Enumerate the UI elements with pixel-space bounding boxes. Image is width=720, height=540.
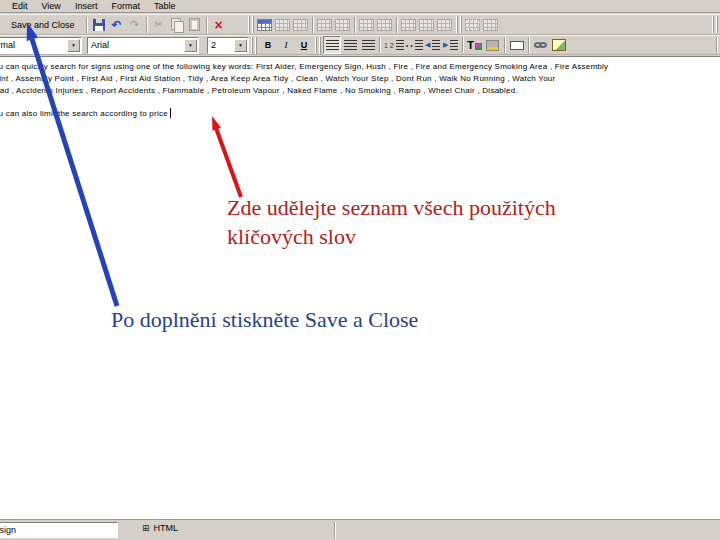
font-size-combo[interactable]: 2 ▼ xyxy=(207,37,249,54)
delete-button[interactable]: × xyxy=(210,16,228,34)
undo-button[interactable]: ↶ xyxy=(108,16,126,34)
redo-button[interactable]: ↷ xyxy=(126,16,144,34)
highlight-color-icon xyxy=(486,40,499,51)
insert-table-button[interactable] xyxy=(256,16,274,34)
font-combo-value: Arial xyxy=(91,40,109,50)
hyperlink-button[interactable] xyxy=(532,36,550,54)
style-combo-value: Normal xyxy=(0,40,15,50)
split-cells-button[interactable] xyxy=(334,16,352,34)
insert-table-icon xyxy=(257,19,272,31)
menu-bar: Edit View Insert Format Table xyxy=(0,0,720,13)
menu-insert[interactable]: Insert xyxy=(68,0,105,12)
insert-rows-button[interactable] xyxy=(274,16,292,34)
copy-button[interactable] xyxy=(168,16,186,34)
bold-button[interactable]: B xyxy=(259,36,277,54)
font-color-icon: T xyxy=(467,39,482,51)
document-text-line: Point , Assembly Point , First Aid , Fir… xyxy=(0,73,720,85)
insert-picture-button[interactable] xyxy=(550,36,568,54)
increase-indent-button[interactable]: ▶ xyxy=(442,36,460,54)
undo-icon: ↶ xyxy=(112,18,122,32)
status-divider xyxy=(334,522,336,538)
toolbar-grip[interactable] xyxy=(248,16,254,33)
separator xyxy=(146,17,148,33)
decrease-indent-icon: ◀ xyxy=(425,40,440,50)
numbered-list-button[interactable]: 1 2 xyxy=(383,36,405,54)
align-center-button[interactable] xyxy=(341,36,359,54)
numbered-list-icon: 1 2 xyxy=(384,40,404,50)
italic-button[interactable]: I xyxy=(277,36,295,54)
horizontal-line-icon xyxy=(510,41,524,50)
document-text-line: Head , Accidents Injuries , Report Accid… xyxy=(0,85,720,97)
center-vertically-button[interactable] xyxy=(376,16,394,34)
increase-indent-icon: ▶ xyxy=(443,40,458,50)
html-view-tab[interactable]: ⊞ HTML xyxy=(142,523,178,533)
red-annotation-line2: klíčových slov xyxy=(227,222,556,251)
paste-button[interactable] xyxy=(186,16,204,34)
font-combo[interactable]: Arial ▼ xyxy=(87,37,199,54)
table-autoformat-button[interactable] xyxy=(482,16,500,34)
align-top-button[interactable] xyxy=(358,16,376,34)
menu-view[interactable]: View xyxy=(35,0,68,12)
font-color-button[interactable]: T xyxy=(466,36,484,54)
design-view-tab[interactable]: Design xyxy=(0,522,118,538)
toolbar-grip[interactable] xyxy=(315,37,321,54)
separator xyxy=(462,37,464,53)
separator xyxy=(528,37,530,53)
save-icon xyxy=(93,19,105,31)
toolbar-grip[interactable] xyxy=(456,16,462,33)
align-right-button[interactable] xyxy=(359,36,377,54)
style-combo[interactable]: Normal ▼ xyxy=(0,37,82,54)
menu-edit[interactable]: Edit xyxy=(5,0,35,12)
align-left-icon xyxy=(326,40,339,51)
red-annotation-note: Zde udělejte seznam všech použitých klíč… xyxy=(227,193,556,251)
align-center-icon xyxy=(344,40,357,51)
menu-format[interactable]: Format xyxy=(104,0,147,12)
distribute-rows-button[interactable] xyxy=(418,16,436,34)
font-size-combo-value: 2 xyxy=(211,40,216,50)
horizontal-line-button[interactable] xyxy=(508,36,526,54)
cut-button[interactable]: ✂ xyxy=(150,16,168,34)
center-vertically-icon xyxy=(377,19,392,31)
document-editing-area[interactable]: You can quickly search for signs using o… xyxy=(0,56,720,519)
insert-columns-icon xyxy=(293,19,308,31)
separator xyxy=(379,37,381,53)
formatting-toolbar: Normal ▼ Arial ▼ 2 ▼ B I U 1 2 • • ◀ ▶ xyxy=(0,35,720,55)
html-view-icon: ⊞ xyxy=(142,523,150,533)
split-cells-icon xyxy=(335,19,350,31)
decrease-indent-button[interactable]: ◀ xyxy=(424,36,442,54)
document-text-line: You can quickly search for signs using o… xyxy=(0,61,720,73)
align-bottom-icon xyxy=(401,19,416,31)
chevron-down-icon[interactable]: ▼ xyxy=(184,39,197,52)
select-table-icon xyxy=(465,19,480,31)
merge-cells-button[interactable] xyxy=(316,16,334,34)
toolbar-grip[interactable] xyxy=(251,37,257,54)
separator xyxy=(312,17,314,33)
paste-icon xyxy=(189,18,200,31)
insert-picture-icon xyxy=(552,39,566,51)
bulleted-list-button[interactable]: • • xyxy=(405,36,424,54)
separator xyxy=(354,17,356,33)
select-table-button[interactable] xyxy=(464,16,482,34)
separator xyxy=(396,17,398,33)
save-and-close-button[interactable]: Save and Close xyxy=(2,16,84,34)
chevron-down-icon[interactable]: ▼ xyxy=(234,39,247,52)
cut-icon: ✂ xyxy=(154,18,163,31)
table-autoformat-icon xyxy=(483,19,498,31)
distribute-columns-button[interactable] xyxy=(436,16,454,34)
status-bar: Design ⊞ HTML xyxy=(0,519,720,540)
underline-button[interactable]: U xyxy=(295,36,313,54)
menu-table[interactable]: Table xyxy=(147,0,183,12)
toolbar-grip[interactable] xyxy=(712,16,718,33)
save-button[interactable] xyxy=(90,16,108,34)
red-annotation-line1: Zde udělejte seznam všech použitých xyxy=(227,193,556,222)
separator xyxy=(86,17,88,33)
blue-annotation-note: Po doplnění stiskněte Save a Close xyxy=(111,305,418,334)
align-left-button[interactable] xyxy=(323,36,341,54)
align-bottom-button[interactable] xyxy=(400,16,418,34)
bulleted-list-icon: • • xyxy=(406,40,423,50)
delete-icon: × xyxy=(214,17,222,33)
html-view-label: HTML xyxy=(154,523,179,533)
insert-columns-button[interactable] xyxy=(292,16,310,34)
chevron-down-icon[interactable]: ▼ xyxy=(67,39,80,52)
highlight-color-button[interactable] xyxy=(484,36,502,54)
